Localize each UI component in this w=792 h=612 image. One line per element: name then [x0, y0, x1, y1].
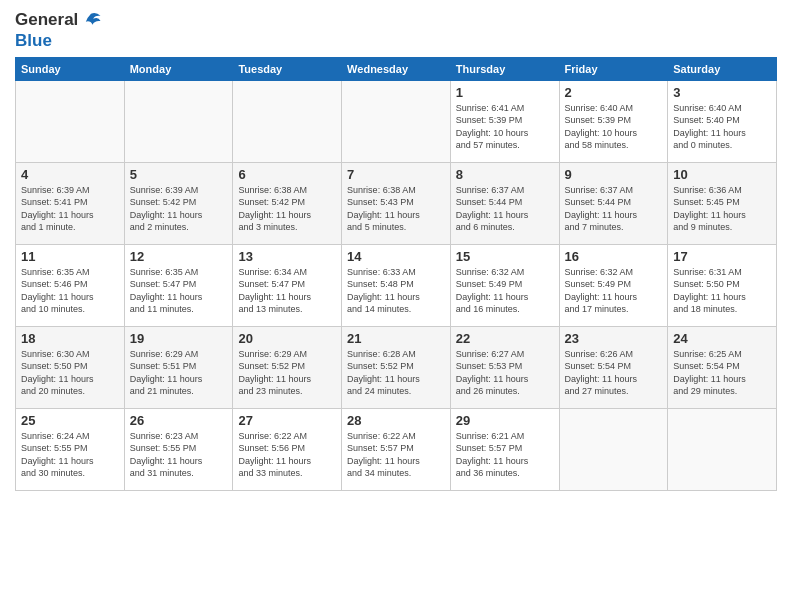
day-info: Sunrise: 6:29 AM Sunset: 5:52 PM Dayligh…	[238, 348, 336, 398]
day-number: 23	[565, 331, 663, 346]
day-info: Sunrise: 6:24 AM Sunset: 5:55 PM Dayligh…	[21, 430, 119, 480]
day-number: 16	[565, 249, 663, 264]
day-number: 1	[456, 85, 554, 100]
page: General Blue SundayMondayTuesdayWednesda…	[0, 0, 792, 612]
day-number: 10	[673, 167, 771, 182]
day-info: Sunrise: 6:22 AM Sunset: 5:57 PM Dayligh…	[347, 430, 445, 480]
day-number: 24	[673, 331, 771, 346]
day-info: Sunrise: 6:40 AM Sunset: 5:40 PM Dayligh…	[673, 102, 771, 152]
day-number: 6	[238, 167, 336, 182]
weekday-header-row: SundayMondayTuesdayWednesdayThursdayFrid…	[16, 57, 777, 80]
day-info: Sunrise: 6:37 AM Sunset: 5:44 PM Dayligh…	[456, 184, 554, 234]
day-info: Sunrise: 6:28 AM Sunset: 5:52 PM Dayligh…	[347, 348, 445, 398]
day-info: Sunrise: 6:21 AM Sunset: 5:57 PM Dayligh…	[456, 430, 554, 480]
weekday-header-cell: Wednesday	[342, 57, 451, 80]
calendar-cell: 2Sunrise: 6:40 AM Sunset: 5:39 PM Daylig…	[559, 80, 668, 162]
calendar-cell: 27Sunrise: 6:22 AM Sunset: 5:56 PM Dayli…	[233, 408, 342, 490]
calendar-cell: 8Sunrise: 6:37 AM Sunset: 5:44 PM Daylig…	[450, 162, 559, 244]
day-info: Sunrise: 6:29 AM Sunset: 5:51 PM Dayligh…	[130, 348, 228, 398]
day-number: 20	[238, 331, 336, 346]
calendar-cell	[668, 408, 777, 490]
calendar-cell	[16, 80, 125, 162]
calendar-cell: 22Sunrise: 6:27 AM Sunset: 5:53 PM Dayli…	[450, 326, 559, 408]
day-info: Sunrise: 6:38 AM Sunset: 5:43 PM Dayligh…	[347, 184, 445, 234]
header: General Blue	[15, 10, 777, 51]
calendar-cell	[342, 80, 451, 162]
day-number: 13	[238, 249, 336, 264]
day-info: Sunrise: 6:23 AM Sunset: 5:55 PM Dayligh…	[130, 430, 228, 480]
day-number: 28	[347, 413, 445, 428]
weekday-header-cell: Friday	[559, 57, 668, 80]
day-info: Sunrise: 6:25 AM Sunset: 5:54 PM Dayligh…	[673, 348, 771, 398]
calendar-cell: 4Sunrise: 6:39 AM Sunset: 5:41 PM Daylig…	[16, 162, 125, 244]
calendar-cell: 16Sunrise: 6:32 AM Sunset: 5:49 PM Dayli…	[559, 244, 668, 326]
day-info: Sunrise: 6:40 AM Sunset: 5:39 PM Dayligh…	[565, 102, 663, 152]
calendar-cell	[559, 408, 668, 490]
calendar-cell: 6Sunrise: 6:38 AM Sunset: 5:42 PM Daylig…	[233, 162, 342, 244]
day-number: 18	[21, 331, 119, 346]
calendar-cell: 12Sunrise: 6:35 AM Sunset: 5:47 PM Dayli…	[124, 244, 233, 326]
calendar-week-row: 4Sunrise: 6:39 AM Sunset: 5:41 PM Daylig…	[16, 162, 777, 244]
calendar-cell: 1Sunrise: 6:41 AM Sunset: 5:39 PM Daylig…	[450, 80, 559, 162]
day-info: Sunrise: 6:39 AM Sunset: 5:42 PM Dayligh…	[130, 184, 228, 234]
logo-bird-icon	[80, 10, 102, 32]
day-number: 2	[565, 85, 663, 100]
day-number: 8	[456, 167, 554, 182]
calendar-cell: 23Sunrise: 6:26 AM Sunset: 5:54 PM Dayli…	[559, 326, 668, 408]
day-number: 17	[673, 249, 771, 264]
calendar-cell: 14Sunrise: 6:33 AM Sunset: 5:48 PM Dayli…	[342, 244, 451, 326]
calendar-cell: 25Sunrise: 6:24 AM Sunset: 5:55 PM Dayli…	[16, 408, 125, 490]
calendar-week-row: 11Sunrise: 6:35 AM Sunset: 5:46 PM Dayli…	[16, 244, 777, 326]
day-info: Sunrise: 6:36 AM Sunset: 5:45 PM Dayligh…	[673, 184, 771, 234]
calendar-cell: 26Sunrise: 6:23 AM Sunset: 5:55 PM Dayli…	[124, 408, 233, 490]
day-info: Sunrise: 6:33 AM Sunset: 5:48 PM Dayligh…	[347, 266, 445, 316]
day-number: 27	[238, 413, 336, 428]
weekday-header-cell: Sunday	[16, 57, 125, 80]
calendar-table: SundayMondayTuesdayWednesdayThursdayFrid…	[15, 57, 777, 491]
day-number: 21	[347, 331, 445, 346]
calendar-cell: 28Sunrise: 6:22 AM Sunset: 5:57 PM Dayli…	[342, 408, 451, 490]
day-number: 14	[347, 249, 445, 264]
day-info: Sunrise: 6:22 AM Sunset: 5:56 PM Dayligh…	[238, 430, 336, 480]
day-info: Sunrise: 6:41 AM Sunset: 5:39 PM Dayligh…	[456, 102, 554, 152]
logo-general: General	[15, 10, 102, 32]
day-number: 3	[673, 85, 771, 100]
day-number: 26	[130, 413, 228, 428]
day-number: 9	[565, 167, 663, 182]
weekday-header-cell: Thursday	[450, 57, 559, 80]
day-info: Sunrise: 6:34 AM Sunset: 5:47 PM Dayligh…	[238, 266, 336, 316]
calendar-body: 1Sunrise: 6:41 AM Sunset: 5:39 PM Daylig…	[16, 80, 777, 490]
calendar-cell: 18Sunrise: 6:30 AM Sunset: 5:50 PM Dayli…	[16, 326, 125, 408]
calendar-cell	[233, 80, 342, 162]
day-number: 5	[130, 167, 228, 182]
day-number: 15	[456, 249, 554, 264]
calendar-cell: 3Sunrise: 6:40 AM Sunset: 5:40 PM Daylig…	[668, 80, 777, 162]
calendar-cell: 29Sunrise: 6:21 AM Sunset: 5:57 PM Dayli…	[450, 408, 559, 490]
calendar-cell: 11Sunrise: 6:35 AM Sunset: 5:46 PM Dayli…	[16, 244, 125, 326]
calendar-week-row: 25Sunrise: 6:24 AM Sunset: 5:55 PM Dayli…	[16, 408, 777, 490]
calendar-cell: 9Sunrise: 6:37 AM Sunset: 5:44 PM Daylig…	[559, 162, 668, 244]
weekday-header-cell: Saturday	[668, 57, 777, 80]
day-number: 25	[21, 413, 119, 428]
calendar-cell: 24Sunrise: 6:25 AM Sunset: 5:54 PM Dayli…	[668, 326, 777, 408]
day-info: Sunrise: 6:27 AM Sunset: 5:53 PM Dayligh…	[456, 348, 554, 398]
day-info: Sunrise: 6:39 AM Sunset: 5:41 PM Dayligh…	[21, 184, 119, 234]
calendar-cell: 7Sunrise: 6:38 AM Sunset: 5:43 PM Daylig…	[342, 162, 451, 244]
day-info: Sunrise: 6:35 AM Sunset: 5:46 PM Dayligh…	[21, 266, 119, 316]
day-number: 22	[456, 331, 554, 346]
day-info: Sunrise: 6:35 AM Sunset: 5:47 PM Dayligh…	[130, 266, 228, 316]
day-number: 7	[347, 167, 445, 182]
weekday-header-cell: Monday	[124, 57, 233, 80]
day-number: 29	[456, 413, 554, 428]
day-info: Sunrise: 6:37 AM Sunset: 5:44 PM Dayligh…	[565, 184, 663, 234]
day-number: 4	[21, 167, 119, 182]
calendar-cell: 19Sunrise: 6:29 AM Sunset: 5:51 PM Dayli…	[124, 326, 233, 408]
calendar-cell	[124, 80, 233, 162]
logo: General Blue	[15, 10, 102, 51]
calendar-cell: 5Sunrise: 6:39 AM Sunset: 5:42 PM Daylig…	[124, 162, 233, 244]
weekday-header-cell: Tuesday	[233, 57, 342, 80]
calendar-cell: 17Sunrise: 6:31 AM Sunset: 5:50 PM Dayli…	[668, 244, 777, 326]
calendar-cell: 15Sunrise: 6:32 AM Sunset: 5:49 PM Dayli…	[450, 244, 559, 326]
calendar-week-row: 1Sunrise: 6:41 AM Sunset: 5:39 PM Daylig…	[16, 80, 777, 162]
day-number: 19	[130, 331, 228, 346]
